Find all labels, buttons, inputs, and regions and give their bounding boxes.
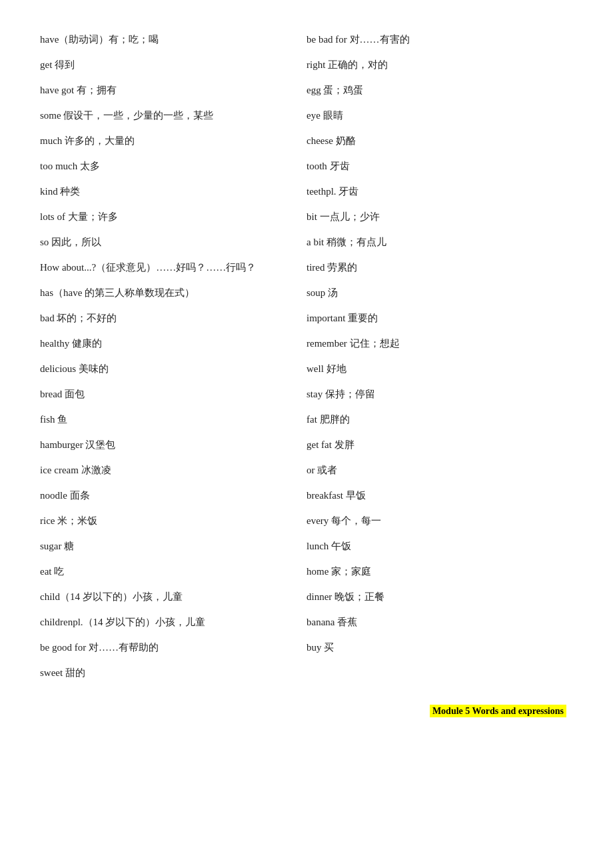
list-item: childrenpl.（14 岁以下的）小孩，儿童 xyxy=(40,609,306,635)
list-item: get 得到 xyxy=(40,52,306,77)
module-label: Module 5 Words and expressions xyxy=(430,705,566,717)
list-item: stay 保持；停留 xyxy=(306,381,573,407)
list-item: teethpl. 牙齿 xyxy=(306,179,573,204)
list-item: well 好地 xyxy=(306,356,573,381)
list-item: a bit 稍微；有点儿 xyxy=(306,229,573,255)
list-item: home 家；家庭 xyxy=(306,559,573,584)
footer: Module 5 Words and expressions xyxy=(40,705,573,717)
list-item: important 重要的 xyxy=(306,305,573,331)
list-item: be bad for 对……有害的 xyxy=(306,27,573,52)
list-item: delicious 美味的 xyxy=(40,356,306,381)
list-item: kind 种类 xyxy=(40,179,306,204)
left-column: have（助动词）有；吃；喝get 得到have got 有；拥有some 假设… xyxy=(40,27,306,685)
list-item: fish 鱼 xyxy=(40,407,306,432)
list-item: bad 坏的；不好的 xyxy=(40,305,306,331)
list-item: tooth 牙齿 xyxy=(306,153,573,179)
list-item: ice cream 冰激凌 xyxy=(40,457,306,483)
list-item: noodle 面条 xyxy=(40,483,306,508)
list-item: get fat 发胖 xyxy=(306,432,573,457)
list-item: much 许多的，大量的 xyxy=(40,128,306,153)
list-item: too much 太多 xyxy=(40,153,306,179)
list-item: hamburger 汉堡包 xyxy=(40,432,306,457)
list-item: How about...?（征求意见）……好吗？……行吗？ xyxy=(40,255,306,280)
list-item: bread 面包 xyxy=(40,381,306,407)
list-item: eat 吃 xyxy=(40,559,306,584)
list-item: breakfast 早饭 xyxy=(306,483,573,508)
list-item: so 因此，所以 xyxy=(40,229,306,255)
list-item: has（have 的第三人称单数现在式） xyxy=(40,280,306,305)
list-item: right 正确的，对的 xyxy=(306,52,573,77)
list-item: or 或者 xyxy=(306,457,573,483)
list-item: lunch 午饭 xyxy=(306,533,573,559)
list-item: rice 米；米饭 xyxy=(40,508,306,533)
list-item: be good for 对……有帮助的 xyxy=(40,635,306,660)
list-item: tired 劳累的 xyxy=(306,255,573,280)
list-item: bit 一点儿；少许 xyxy=(306,204,573,229)
list-item: sugar 糖 xyxy=(40,533,306,559)
list-item: some 假设干，一些，少量的一些，某些 xyxy=(40,103,306,128)
list-item: soup 汤 xyxy=(306,280,573,305)
list-item: have got 有；拥有 xyxy=(40,77,306,103)
list-item: every 每个，每一 xyxy=(306,508,573,533)
list-item: eye 眼睛 xyxy=(306,103,573,128)
list-item: buy 买 xyxy=(306,635,573,660)
list-item: healthy 健康的 xyxy=(40,331,306,356)
list-item: cheese 奶酪 xyxy=(306,128,573,153)
list-item: fat 肥胖的 xyxy=(306,407,573,432)
list-item: egg 蛋；鸡蛋 xyxy=(306,77,573,103)
list-item: sweet 甜的 xyxy=(40,660,306,685)
list-item: dinner 晚饭；正餐 xyxy=(306,584,573,609)
list-item: have（助动词）有；吃；喝 xyxy=(40,27,306,52)
right-column: be bad for 对……有害的right 正确的，对的egg 蛋；鸡蛋eye… xyxy=(306,27,573,685)
list-item: lots of 大量；许多 xyxy=(40,204,306,229)
list-item: child（14 岁以下的）小孩，儿童 xyxy=(40,584,306,609)
list-item: banana 香蕉 xyxy=(306,609,573,635)
list-item: remember 记住；想起 xyxy=(306,331,573,356)
